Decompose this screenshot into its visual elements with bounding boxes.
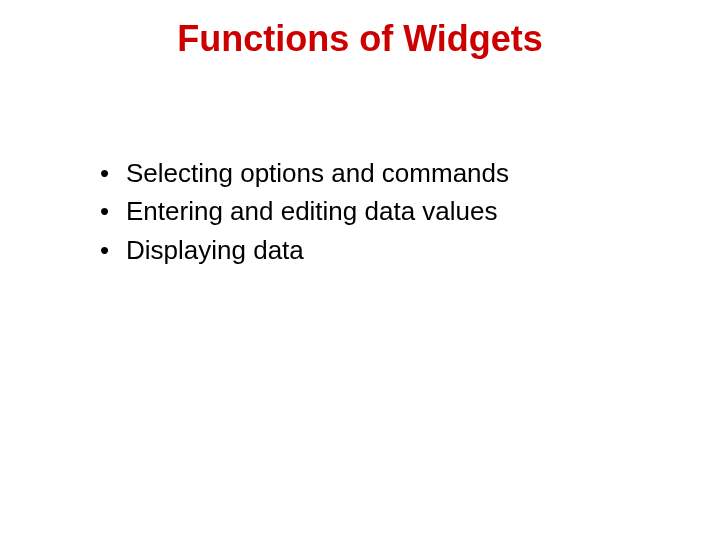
bullet-dot-icon: • — [100, 155, 126, 191]
bullet-text: Selecting options and commands — [126, 158, 509, 188]
bullet-item: •Displaying data — [100, 232, 509, 268]
bullet-text: Entering and editing data values — [126, 196, 498, 226]
bullet-dot-icon: • — [100, 232, 126, 268]
slide-title: Functions of Widgets — [0, 18, 720, 60]
bullet-dot-icon: • — [100, 193, 126, 229]
bullet-item: •Selecting options and commands — [100, 155, 509, 191]
bullet-item: •Entering and editing data values — [100, 193, 509, 229]
bullet-text: Displaying data — [126, 235, 304, 265]
bullet-list: •Selecting options and commands •Enterin… — [100, 155, 509, 270]
